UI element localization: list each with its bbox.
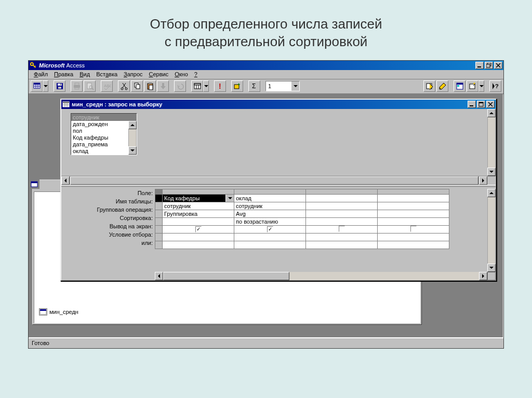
top-values-combo[interactable] [265,81,300,91]
qbe-cell[interactable] [378,225,449,233]
field-list-scrollbar[interactable] [128,121,137,155]
view-dropdown[interactable] [43,80,48,92]
scroll-up-button[interactable] [487,109,496,117]
query-type-button[interactable] [191,80,203,92]
close-button[interactable] [494,62,502,69]
db-item-label: мин_средн [49,309,78,315]
database-window-button[interactable] [454,80,466,92]
totals-button[interactable]: Σ [248,80,260,92]
qbe-cell[interactable] [378,217,449,225]
menu-view[interactable]: Вид [76,71,93,78]
menu-insert[interactable]: Вставка [93,71,121,78]
paste-button[interactable] [144,80,156,92]
query-minimize-button[interactable] [468,101,476,108]
field-item[interactable]: дата_приема [71,141,128,148]
scroll-down-button[interactable] [128,146,137,155]
query-close-button[interactable] [486,101,495,108]
menu-query[interactable]: Запрос [121,71,145,78]
db-window-peek-icon [29,180,39,189]
qbe-cell[interactable]: ✓ [234,225,306,233]
show-checkbox[interactable]: ✓ [267,226,273,232]
preview-button[interactable] [84,80,96,92]
run-button[interactable]: ! [214,80,226,92]
new-object-button[interactable] [467,80,478,92]
svg-rect-28 [194,84,201,85]
top-values-input[interactable] [266,81,291,91]
copy-button[interactable] [131,80,143,92]
menu-tools[interactable]: Сервис [146,71,172,78]
field-item[interactable]: оклад [71,148,128,155]
top-values-dropdown[interactable] [291,81,299,91]
qbe-cell[interactable] [306,217,378,225]
upper-hscrollbar[interactable] [61,176,496,185]
qbe-cell[interactable] [306,210,378,217]
build-button[interactable] [436,80,448,92]
qbe-cell[interactable] [378,194,449,202]
properties-button[interactable] [423,80,435,92]
qbe-cell[interactable] [378,233,449,241]
cut-button[interactable] [118,80,130,92]
slide-title: Отбор определенного числа записей с пред… [0,0,532,60]
qbe-cell[interactable]: ✓ [163,225,234,233]
show-checkbox[interactable] [339,226,345,232]
qbe-cell[interactable]: сотрудник [163,202,234,210]
qbe-cell[interactable]: сотрудник [234,202,306,210]
minimize-button[interactable] [475,62,484,69]
qbe-cell[interactable] [234,241,306,249]
qbe-cell[interactable] [306,241,378,249]
print-button[interactable] [71,80,83,92]
field-item[interactable]: пол [71,128,128,134]
show-checkbox[interactable]: ✓ [195,226,202,232]
cell-dropdown[interactable] [225,195,234,202]
save-button[interactable] [54,80,65,92]
undo-button[interactable] [174,80,186,92]
qbe-cell[interactable] [306,225,378,233]
qbe-cell[interactable]: Avg [234,210,306,217]
qbe-cell[interactable] [378,241,449,249]
menu-edit[interactable]: Правка [51,71,76,78]
qbe-cell[interactable] [306,202,378,210]
qbe-cell[interactable] [163,241,234,249]
scroll-right-button[interactable] [479,272,487,280]
db-query-item[interactable]: мин_средн [36,307,81,317]
tables-canvas[interactable]: сотрудник дата_рожден пол Код кафедры да… [61,109,487,176]
show-checkbox[interactable] [410,226,417,232]
restore-button[interactable] [485,62,493,69]
help-button[interactable]: ? [489,80,501,92]
scroll-left-button[interactable] [61,176,70,185]
qbe-cell[interactable] [378,210,449,217]
qbe-cell[interactable]: по возрастанию [234,217,306,225]
spelling-button[interactable]: ABC [101,80,113,92]
qbe-grid[interactable]: Код кафедры оклад [155,189,449,249]
query-type-dropdown[interactable] [203,80,209,92]
view-button[interactable] [31,80,43,92]
show-table-button[interactable]: + [231,80,243,92]
upper-vscrollbar[interactable] [487,109,496,176]
qbe-cell[interactable]: Группировка [163,210,234,217]
field-list-items[interactable]: дата_рожден пол Код кафедры дата_приема … [71,121,128,155]
qbe-cell[interactable] [378,202,449,210]
field-item[interactable]: дата_рожден [71,121,128,128]
qbe-cell[interactable] [163,233,234,241]
svg-line-18 [92,88,94,90]
qbe-cell[interactable]: оклад [234,194,306,202]
query-maximize-button[interactable] [477,101,485,108]
qbe-cell[interactable] [163,217,234,225]
scroll-right-button[interactable] [479,176,487,185]
qbe-hscrollbar[interactable] [155,272,496,280]
menu-window[interactable]: Окно [171,71,191,78]
qbe-cell-selected[interactable]: Код кафедры [163,194,234,202]
menu-file[interactable]: Файл [31,71,51,78]
qbe-vscrollbar[interactable] [487,189,496,272]
new-object-dropdown[interactable] [478,80,484,92]
qbe-cell[interactable] [234,233,306,241]
qbe-cell[interactable] [306,194,378,202]
scroll-left-button[interactable] [155,272,163,280]
qbe-cell[interactable] [306,233,378,241]
field-list[interactable]: сотрудник дата_рожден пол Код кафедры да… [71,113,137,155]
format-painter-button[interactable] [157,80,169,92]
scroll-up-button[interactable] [128,121,137,129]
menu-help[interactable]: ? [191,71,201,78]
field-item[interactable]: Код кафедры [71,134,128,141]
scroll-down-button[interactable] [487,168,496,176]
